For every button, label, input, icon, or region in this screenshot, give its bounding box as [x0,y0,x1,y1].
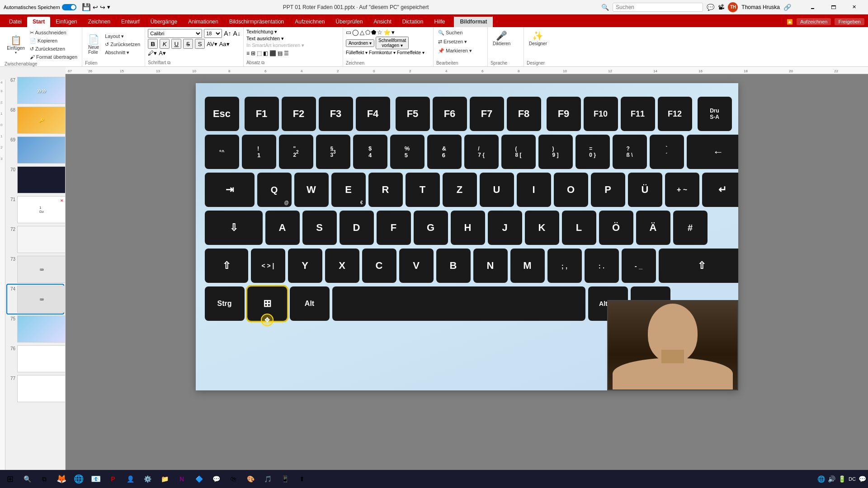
slide-thumb-69[interactable]: 69 [7,136,63,164]
tab-hilfe[interactable]: Hilfe [429,17,450,27]
shape-4[interactable]: ⬠ [365,29,370,36]
freigeben-btn[interactable]: Freigeben [835,18,864,25]
key-comma[interactable]: ; , [547,249,582,283]
zuruecksetzen2-button[interactable]: ↺ Zurücksetzen [103,41,142,48]
key-minus[interactable]: - _ [622,249,656,283]
close-button[interactable]: ✕ [844,0,864,14]
key-enter[interactable]: ↵ [702,173,738,207]
taskbar-start[interactable]: ⊞ [2,471,18,487]
key-angle[interactable]: < > | [251,249,285,283]
key-t[interactable]: T [406,173,440,207]
slide-thumb-68[interactable]: 68 🔑 [7,106,63,135]
key-backspace[interactable]: ← [687,135,738,169]
slide-thumb-70[interactable]: 70 [7,165,63,194]
taskbar-music[interactable]: 🎵 [259,471,276,487]
font-increase-btn[interactable]: A↑ [224,30,231,37]
key-win[interactable]: ⊞ ✥ [247,286,287,321]
key-g[interactable]: G [414,211,448,245]
share-icon[interactable]: 🔗 [783,4,791,11]
slide-canvas[interactable]: Esc F1 F2 F3 F4 F5 F6 F7 F8 F9 F10 F11 F… [196,83,738,390]
tab-bildformat[interactable]: Bildformat [454,16,493,27]
user-avatar[interactable]: TH [728,2,738,12]
taskbar-teams[interactable]: 👤 [122,471,138,487]
key-circumflex[interactable]: °^ [205,135,239,169]
strikethrough-button[interactable]: S̶ [183,39,193,49]
taskbar-media[interactable]: 🎨 [242,471,259,487]
tab-entwurf[interactable]: Entwurf [116,17,145,27]
key-esc[interactable]: Esc [205,97,239,131]
key-f5[interactable]: F5 [396,97,430,131]
ausschneiden-button[interactable]: ✂ Ausschneiden [28,29,79,37]
font-family-select[interactable]: Calibri [148,29,202,38]
key-alt[interactable]: Alt [290,286,330,321]
key-1[interactable]: !1 [242,135,276,169]
key-ae[interactable]: Ä [636,211,670,245]
key-n[interactable]: N [473,249,508,283]
taskbar-search[interactable]: 🔍 [19,471,35,487]
slide-thumb-76[interactable]: 76 [7,344,63,373]
taskbar-volume[interactable]: 🔊 [828,475,835,483]
key-f11[interactable]: F11 [621,97,655,131]
slide-thumb-77[interactable]: 77 [7,374,63,403]
taskbar-skype[interactable]: 💬 [208,471,224,487]
key-f9[interactable]: F9 [547,97,581,131]
taskbar-store[interactable]: 🛍 [225,471,241,487]
key-7[interactable]: /7 { [464,135,499,169]
key-ue[interactable]: Ü [628,173,662,207]
format-uebertragen-button[interactable]: 🖌 Format übertragen [28,53,79,61]
tab-ansicht[interactable]: Ansicht [368,17,396,27]
taskbar-firefox[interactable]: 🦊 [53,471,70,487]
bold-button[interactable]: B [148,39,158,49]
key-b[interactable]: B [436,249,471,283]
search-icon[interactable]: 🔍 [601,4,609,11]
key-hash[interactable]: # [673,211,708,245]
key-s[interactable]: S [302,211,337,245]
slide-thumb-72[interactable]: 72 [7,225,63,254]
key-f12[interactable]: F12 [658,97,692,131]
einfuegen-button[interactable]: 📋 Einfügen ▾ [5,33,27,56]
underline-button[interactable]: U [171,39,181,49]
taskbar-notification[interactable]: 💬 [859,475,866,483]
key-w[interactable]: W [294,173,329,207]
aufzeichnen-btn[interactable]: Aufzeichnen [797,18,831,25]
font-size-select[interactable]: 18 [204,29,222,38]
anordnen-button[interactable]: Anordnen ▾ [346,39,374,47]
slide-thumb-71[interactable]: 71 1Dz ✕ [7,195,63,224]
key-0[interactable]: =0 } [576,135,610,169]
tab-aufzeichnen[interactable]: Aufzeichnen [289,17,330,27]
textrichtung-btn[interactable]: Textrichtung ▾ [246,29,277,35]
maximize-button[interactable]: 🗖 [823,0,844,14]
key-druck[interactable]: DruS-A [698,97,732,131]
key-accent[interactable]: `´ [650,135,684,169]
key-strg[interactable]: Strg [205,286,245,321]
key-v[interactable]: V [399,249,434,283]
align-justify-btn[interactable]: ☰ [284,50,289,56]
taskbar-chrome[interactable]: 🌐 [71,471,87,487]
align-center-btn[interactable]: ⬛ [269,50,276,56]
shape-6[interactable]: ☆ [377,29,382,36]
shadow-button[interactable]: S [195,39,205,49]
key-2[interactable]: "2 2 [279,135,313,169]
key-shift-l[interactable]: ⇧ [205,249,248,283]
shape-2[interactable]: ◯ [352,29,359,36]
taskbar-network[interactable]: 🌐 [817,475,825,483]
shape-5[interactable]: ⬟ [371,29,376,36]
taskbar-explorer[interactable]: 📁 [156,471,173,487]
smartart-btn[interactable]: In SmartArt konvertieren ▾ [246,42,304,48]
taskbar-taskview[interactable]: ⧉ [36,471,52,487]
schnellformatvorlagen-button[interactable]: Schnellformatvorlagen ▾ [376,37,409,49]
zuruecksetzen-button[interactable]: ↺ Zurücksetzen [28,45,79,53]
key-j[interactable]: J [488,211,522,245]
key-i[interactable]: I [517,173,551,207]
font-color-btn[interactable]: A▾ [159,50,166,56]
highlight-color-btn[interactable]: 🖊▾ [148,50,157,56]
abschnitt-button[interactable]: Abschnitt ▾ [103,49,142,56]
key-p[interactable]: P [591,173,625,207]
key-oe[interactable]: Ö [599,211,633,245]
key-z[interactable]: Z [443,173,477,207]
italic-button[interactable]: K [160,39,170,49]
key-shift-r[interactable]: ⇧ [659,249,738,283]
key-4[interactable]: $4 [353,135,387,169]
key-3[interactable]: §3 3 [316,135,350,169]
key-f4[interactable]: F4 [356,97,390,131]
